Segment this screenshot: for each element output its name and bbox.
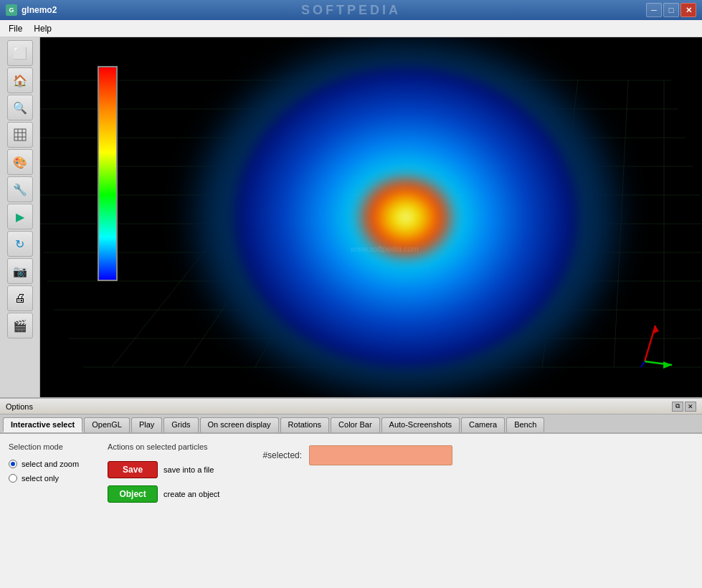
tab-bench[interactable]: Bench xyxy=(506,417,544,432)
svg-marker-28 xyxy=(663,361,672,369)
tab-on-screen-display[interactable]: On screen display xyxy=(200,417,279,432)
radio-select-zoom-btn[interactable] xyxy=(9,460,17,468)
tab-camera[interactable]: Camera xyxy=(461,417,505,432)
save-action-row: Save save into a file xyxy=(108,461,219,478)
sidebar: ⬜ 🏠 🔍 🎨 🔧 ▶ ↻ 📷 🖨 🎬 xyxy=(0,37,40,397)
selection-mode-group: Selection mode select and zoom select on… xyxy=(9,442,79,483)
svg-rect-4 xyxy=(14,129,26,141)
close-button[interactable]: ✕ xyxy=(680,3,696,17)
sidebar-palette-btn[interactable]: 🎨 xyxy=(7,149,33,175)
tab-color-bar[interactable]: Color Bar xyxy=(331,417,379,432)
tab-opengl[interactable]: OpenGL xyxy=(84,417,130,432)
tab-content-interactive-select: Selection mode select and zoom select on… xyxy=(0,434,702,588)
tab-grids[interactable]: Grids xyxy=(163,417,198,432)
sidebar-play-btn[interactable]: ▶ xyxy=(7,204,33,229)
color-bar-scale xyxy=(98,66,118,281)
sidebar-refresh-btn[interactable]: ↻ xyxy=(7,231,33,257)
selected-input[interactable] xyxy=(309,445,452,465)
sidebar-zoom-btn[interactable]: 🔍 xyxy=(7,95,33,120)
selected-area: #selected: xyxy=(262,445,452,465)
nebula-visualization xyxy=(234,67,578,368)
options-panel: Options ⧉ ✕ Interactive select OpenGL Pl… xyxy=(0,397,702,588)
options-header-controls: ⧉ ✕ xyxy=(672,402,696,412)
radio-select-and-zoom[interactable]: select and zoom xyxy=(9,460,79,468)
tab-rotations[interactable]: Rotations xyxy=(280,417,329,432)
svg-line-29 xyxy=(641,361,645,367)
actions-group: Actions on selected particles Save save … xyxy=(108,442,219,503)
title-bar: G glnemo2 SOFTPEDIA ─ □ ✕ xyxy=(0,0,702,20)
menu-help[interactable]: Help xyxy=(28,22,57,35)
radio-select-only-label: select only xyxy=(22,474,59,483)
svg-marker-26 xyxy=(652,326,659,334)
save-description: save into a file xyxy=(163,465,214,474)
maximize-button[interactable]: □ xyxy=(663,3,679,17)
sidebar-grid-btn[interactable] xyxy=(7,122,33,148)
tab-play[interactable]: Play xyxy=(131,417,162,432)
sidebar-home-btn[interactable]: 🏠 xyxy=(7,67,33,93)
object-button[interactable]: Object xyxy=(108,485,158,503)
sidebar-print-btn[interactable]: 🖨 xyxy=(7,285,33,311)
selection-mode-title: Selection mode xyxy=(9,442,79,451)
main-window: ⬜ 🏠 🔍 🎨 🔧 ▶ ↻ 📷 🖨 🎬 xyxy=(0,37,702,588)
object-description: create an object xyxy=(163,490,219,498)
radio-select-zoom-label: select and zoom xyxy=(22,460,79,468)
tab-auto-screenshots[interactable]: Auto-Screenshots xyxy=(381,417,460,432)
selected-label: #selected: xyxy=(262,450,302,460)
sidebar-camera-btn[interactable]: 📷 xyxy=(7,258,33,284)
options-restore-button[interactable]: ⧉ xyxy=(672,402,683,412)
tab-interactive-select[interactable]: Interactive select xyxy=(3,417,82,432)
top-area: ⬜ 🏠 🔍 🎨 🔧 ▶ ↻ 📷 🖨 🎬 xyxy=(0,37,702,397)
object-action-row: Object create an object xyxy=(108,485,219,503)
sidebar-film-btn[interactable]: 🎬 xyxy=(7,313,33,338)
sidebar-settings-btn[interactable]: 🔧 xyxy=(7,176,33,202)
actions-title: Actions on selected particles xyxy=(108,442,219,451)
minimize-button[interactable]: ─ xyxy=(646,3,662,17)
menu-bar: File Help xyxy=(0,20,702,37)
radio-select-only[interactable]: select only xyxy=(9,474,79,483)
options-title: Options xyxy=(6,402,33,411)
viewport[interactable]: www.softpedia.com xyxy=(40,37,702,397)
options-header: Options ⧉ ✕ xyxy=(0,399,702,414)
sidebar-select-btn[interactable]: ⬜ xyxy=(7,40,33,66)
radio-select-only-btn[interactable] xyxy=(9,474,17,483)
menu-file[interactable]: File xyxy=(3,22,28,35)
save-button[interactable]: Save xyxy=(108,461,158,478)
window-controls: ─ □ ✕ xyxy=(646,3,696,17)
tabs-bar: Interactive select OpenGL Play Grids On … xyxy=(0,414,702,434)
options-close-button[interactable]: ✕ xyxy=(685,402,696,412)
watermark: SOFTPEDIA xyxy=(301,3,401,18)
app-icon: G xyxy=(6,4,17,16)
axis-arrows xyxy=(616,318,673,376)
